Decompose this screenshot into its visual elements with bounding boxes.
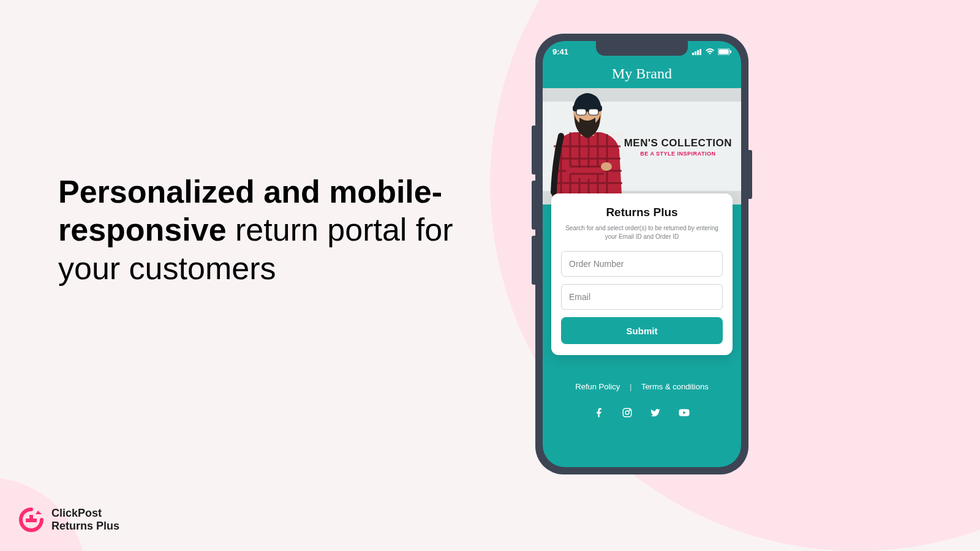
svg-point-32 (629, 410, 630, 411)
submit-button[interactable]: Submit (561, 317, 723, 344)
svg-rect-8 (730, 50, 731, 53)
facebook-icon[interactable] (594, 407, 605, 418)
phone-mockup: 9:41 My Brand (535, 34, 748, 474)
svg-rect-2 (692, 53, 694, 55)
svg-rect-1 (26, 519, 37, 522)
footer-links: Refun Policy | Terms & conditions (543, 382, 741, 391)
instagram-icon[interactable] (622, 407, 633, 418)
card-subtitle: Search for and select order(s) to be ret… (561, 224, 723, 241)
battery-icon (718, 48, 731, 55)
model-photo (543, 88, 631, 204)
svg-rect-4 (697, 50, 699, 55)
clickpost-logo-icon (18, 507, 44, 533)
svg-point-29 (601, 162, 612, 171)
order-number-input[interactable] (561, 251, 723, 277)
returns-card: Returns Plus Search for and select order… (551, 193, 733, 355)
svg-rect-24 (576, 109, 586, 115)
brand-line1: ClickPost (51, 507, 119, 520)
terms-link[interactable]: Terms & conditions (638, 382, 712, 391)
wifi-icon (705, 48, 715, 55)
phone-screen: 9:41 My Brand (543, 41, 741, 467)
youtube-icon[interactable] (678, 407, 690, 418)
svg-rect-7 (719, 49, 729, 54)
banner-subtitle: BE A STYLE INSPIRATION (624, 151, 732, 157)
card-title: Returns Plus (561, 206, 723, 219)
social-row (543, 407, 741, 418)
email-input[interactable] (561, 284, 723, 310)
twitter-icon[interactable] (650, 407, 661, 418)
svg-point-31 (625, 411, 629, 414)
brand-line2: Returns Plus (51, 520, 119, 533)
svg-rect-3 (695, 51, 696, 55)
status-time: 9:41 (552, 47, 568, 56)
brand-logo-block: ClickPost Returns Plus (18, 507, 119, 533)
headline: Personalized and mobile-responsive retur… (58, 173, 456, 287)
phone-brand-title: My Brand (543, 62, 741, 88)
svg-rect-25 (589, 109, 598, 115)
banner-text: MEN'S COLLECTION BE A STYLE INSPIRATION (624, 137, 732, 157)
signal-icon (692, 48, 702, 55)
link-separator: | (626, 382, 635, 391)
refund-policy-link[interactable]: Refun Policy (571, 382, 624, 391)
banner-title: MEN'S COLLECTION (624, 137, 732, 149)
phone-notch (596, 41, 688, 56)
svg-rect-5 (699, 49, 701, 55)
hero-banner: MEN'S COLLECTION BE A STYLE INSPIRATION (543, 88, 741, 204)
